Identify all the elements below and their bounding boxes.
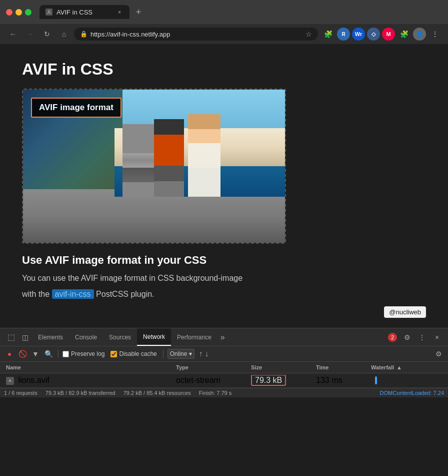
toolbar-settings-icon[interactable]: ⚙ — [433, 348, 444, 359]
new-tab-button[interactable]: + — [132, 5, 146, 19]
cell-waterfall — [369, 375, 444, 385]
tab-performance[interactable]: Performance — [171, 328, 218, 346]
tab-sources[interactable]: Sources — [103, 328, 137, 346]
bookmark-icon[interactable]: ☆ — [306, 30, 312, 38]
preserve-log-checkbox-label[interactable]: Preserve log — [62, 350, 104, 357]
paragraph-2-suffix: PostCSS plugin. — [94, 290, 154, 298]
disable-cache-checkbox-label[interactable]: Disable cache — [110, 350, 156, 357]
table-row[interactable]: A lions.avif octet-stream 79.3 kB 133 ms — [0, 373, 448, 388]
filter-icon[interactable]: ▼ — [30, 348, 41, 359]
download-icon[interactable]: ↓ — [204, 349, 208, 358]
tab-network[interactable]: Network — [137, 328, 171, 346]
author-tag: @nucliweb — [22, 306, 426, 318]
clear-button[interactable]: 🚫 — [17, 348, 28, 359]
tab-console[interactable]: Console — [69, 328, 103, 346]
page-content: AVIF in CSS AVIF image format Use AVIF i… — [0, 44, 448, 328]
paragraph-2: with the avif-in-css PostCSS plugin. — [22, 288, 426, 301]
person-1 — [122, 124, 155, 197]
sort-arrow-icon: ▲ — [396, 364, 402, 370]
devtools-settings-icon[interactable]: ⚙ — [400, 330, 414, 344]
search-icon[interactable]: 🔍 — [43, 348, 54, 359]
upload-download-icons: ↑ ↓ — [198, 349, 208, 358]
back-button[interactable]: ← — [6, 27, 20, 41]
devtools-close-button[interactable]: × — [430, 330, 444, 344]
page-title: AVIF in CSS — [22, 60, 426, 79]
devtools-tab-bar: ⬚ ◫ Elements Console Sources Network Per… — [0, 328, 448, 346]
active-tab[interactable]: A AVIF in CSS × — [40, 5, 130, 19]
maximize-window-button[interactable] — [25, 9, 32, 16]
error-badge: 2 — [388, 333, 397, 342]
more-tabs-button[interactable]: » — [218, 329, 228, 346]
avif-in-css-link[interactable]: avif-in-css — [52, 289, 94, 299]
person-2 — [154, 119, 184, 197]
cell-time: 133 ms — [314, 375, 369, 386]
throttle-chevron-icon: ▾ — [189, 350, 192, 357]
refresh-button[interactable]: ↻ — [40, 27, 54, 41]
size-highlight: 79.3 kB — [251, 375, 286, 386]
devtools-more-options-icon[interactable]: ⋮ — [415, 330, 429, 344]
preserve-log-label: Preserve log — [71, 350, 104, 357]
grammarly-extension-icon[interactable]: Wr — [352, 28, 365, 41]
author-badge: @nucliweb — [384, 306, 426, 318]
disable-cache-label: Disable cache — [119, 350, 156, 357]
preserve-log-checkbox[interactable] — [62, 351, 69, 357]
status-requests: 1 / 6 requests — [4, 390, 38, 396]
paragraph-2-prefix: with the — [22, 290, 52, 298]
hero-image-container: AVIF image format — [22, 89, 286, 244]
tab-title: AVIF in CSS — [56, 9, 92, 16]
user-avatar[interactable]: 👤 — [413, 28, 426, 41]
cell-type: octet-stream — [174, 375, 249, 386]
waterfall-label: Waterfall — [371, 364, 394, 370]
toolbar-separator-2 — [163, 350, 164, 358]
cell-name: A lions.avif — [4, 375, 174, 386]
section-heading: Use AVIF image format in your CSS — [22, 254, 426, 267]
title-bar: A AVIF in CSS × + — [0, 0, 448, 24]
forward-button[interactable]: → — [23, 27, 37, 41]
tab-close-button[interactable]: × — [116, 8, 124, 16]
nav-actions: 🧩 R Wr ◇ M 🧩 👤 ⋮ — [321, 27, 442, 41]
minimize-window-button[interactable] — [16, 9, 22, 16]
traffic-lights — [6, 9, 32, 16]
devtools-status-bar: 1 / 6 requests 79.3 kB / 82.9 kB transfe… — [0, 388, 448, 397]
network-throttle-select[interactable]: Online ▾ — [168, 349, 195, 359]
status-transferred: 79.3 kB / 82.9 kB transferred — [46, 390, 116, 396]
person-3 — [188, 114, 220, 197]
maps-extension-icon[interactable]: M — [382, 28, 395, 41]
close-window-button[interactable] — [6, 9, 12, 16]
lock-icon: 🔒 — [80, 31, 88, 38]
browser-chrome: A AVIF in CSS × + ← → ↻ ⌂ 🔒 https://avif… — [0, 0, 448, 44]
extensions-icon[interactable]: 🧩 — [321, 27, 335, 41]
status-domcontent: DOMContentLoaded: 7.24 — [380, 390, 444, 396]
dock-area — [23, 189, 285, 243]
network-table-header: Name Type Size Time Waterfall ▲ — [0, 362, 448, 373]
url-text: https://avif-in-css.netlify.app — [90, 31, 302, 38]
browser-menu-button[interactable]: ⋮ — [428, 27, 442, 41]
home-button[interactable]: ⌂ — [57, 27, 71, 41]
column-header-name[interactable]: Name — [4, 363, 174, 371]
record-button[interactable]: ● — [4, 348, 15, 359]
upload-icon[interactable]: ↑ — [198, 349, 202, 358]
reader-extension-icon[interactable]: R — [337, 28, 350, 41]
column-header-waterfall: Waterfall ▲ — [369, 363, 444, 371]
dashlane-extension-icon[interactable]: ◇ — [367, 28, 380, 41]
devtools-responsive-icon[interactable]: ◫ — [18, 330, 32, 344]
devtools-cursor-icon[interactable]: ⬚ — [4, 330, 18, 344]
disable-cache-checkbox[interactable] — [110, 351, 117, 357]
tab-elements[interactable]: Elements — [32, 328, 69, 346]
filename: lions.avif — [18, 376, 49, 384]
status-finish: Finish: 7.79 s — [199, 390, 232, 396]
cell-size: 79.3 kB — [249, 375, 314, 386]
devtools-actions: 2 ⚙ ⋮ × — [388, 330, 444, 344]
toolbar-separator-1 — [58, 350, 58, 358]
column-header-type[interactable]: Type — [174, 363, 249, 371]
address-bar[interactable]: 🔒 https://avif-in-css.netlify.app ☆ — [74, 28, 318, 41]
nav-bar: ← → ↻ ⌂ 🔒 https://avif-in-css.netlify.ap… — [0, 24, 448, 44]
tab-bar: A AVIF in CSS × + — [40, 5, 442, 19]
status-resources: 79.2 kB / 85.4 kB resources — [124, 390, 191, 396]
column-header-time[interactable]: Time — [314, 363, 369, 371]
column-header-size[interactable]: Size — [249, 363, 314, 371]
devtools-toolbar: ● 🚫 ▼ 🔍 Preserve log Disable cache Onlin… — [0, 346, 448, 362]
image-label: AVIF image format — [31, 98, 122, 118]
puzzle-extension-icon[interactable]: 🧩 — [397, 27, 411, 41]
online-label: Online — [170, 350, 188, 357]
